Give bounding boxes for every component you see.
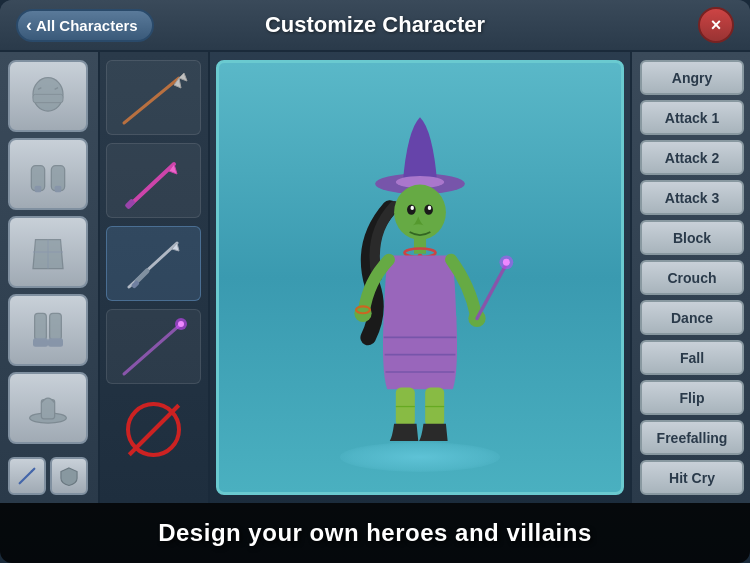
anim-btn-attack1[interactable]: Attack 1 bbox=[640, 100, 744, 135]
sword-svg bbox=[109, 229, 199, 299]
weapon-none[interactable] bbox=[106, 392, 201, 467]
anim-btn-flip[interactable]: Flip bbox=[640, 380, 744, 415]
svg-rect-1 bbox=[33, 94, 63, 102]
app-container: ‹ All Characters Customize Character × bbox=[0, 0, 750, 563]
equipment-sidebar bbox=[0, 52, 100, 503]
no-weapon-icon bbox=[126, 402, 181, 457]
active-shield-slot[interactable] bbox=[50, 457, 88, 495]
back-arrow-icon: ‹ bbox=[26, 15, 32, 36]
anim-btn-dance[interactable]: Dance bbox=[640, 300, 744, 335]
staff-svg bbox=[109, 312, 199, 382]
weapon-dagger[interactable] bbox=[106, 143, 201, 218]
character-platform bbox=[340, 442, 500, 472]
svg-line-44 bbox=[477, 264, 506, 318]
svg-point-30 bbox=[178, 321, 184, 327]
hat-icon bbox=[23, 383, 73, 433]
svg-line-21 bbox=[129, 164, 174, 206]
character-figure bbox=[325, 107, 515, 447]
header: ‹ All Characters Customize Character × bbox=[0, 0, 750, 52]
equip-slot-arms[interactable] bbox=[8, 138, 88, 210]
weapons-column bbox=[100, 52, 210, 503]
anim-btn-hitcry[interactable]: Hit Cry bbox=[640, 460, 744, 495]
anim-btn-fall[interactable]: Fall bbox=[640, 340, 744, 375]
arms-icon bbox=[23, 149, 73, 199]
back-button[interactable]: ‹ All Characters bbox=[16, 9, 154, 42]
equip-slot-body[interactable] bbox=[8, 216, 88, 288]
anim-btn-attack2[interactable]: Attack 2 bbox=[640, 140, 744, 175]
svg-marker-20 bbox=[179, 73, 187, 81]
anim-btn-angry[interactable]: Angry bbox=[640, 60, 744, 95]
anim-btn-block[interactable]: Block bbox=[640, 220, 744, 255]
svg-rect-6 bbox=[35, 186, 42, 193]
equip-slot-legs[interactable] bbox=[8, 294, 88, 366]
active-weapon-icon bbox=[16, 465, 38, 487]
equip-slot-hat[interactable] bbox=[8, 372, 88, 444]
body-icon bbox=[23, 227, 73, 277]
main-content: Angry Attack 1 Attack 2 Attack 3 Block C… bbox=[0, 52, 750, 503]
svg-point-33 bbox=[394, 185, 446, 240]
close-button[interactable]: × bbox=[698, 7, 734, 43]
bottom-bar: Design your own heroes and villains bbox=[0, 503, 750, 563]
svg-rect-7 bbox=[55, 186, 62, 193]
svg-point-46 bbox=[503, 259, 510, 266]
svg-rect-10 bbox=[35, 313, 47, 340]
animations-panel: Angry Attack 1 Attack 2 Attack 3 Block C… bbox=[630, 52, 750, 503]
bottom-tagline: Design your own heroes and villains bbox=[158, 519, 592, 547]
close-icon: × bbox=[711, 15, 722, 36]
svg-line-18 bbox=[124, 78, 179, 123]
legs-icon bbox=[23, 305, 73, 355]
weapon-spear[interactable] bbox=[106, 60, 201, 135]
anim-btn-crouch[interactable]: Crouch bbox=[640, 260, 744, 295]
page-title: Customize Character bbox=[265, 12, 485, 38]
svg-rect-38 bbox=[414, 238, 426, 254]
anim-btn-freefalling[interactable]: Freefalling bbox=[640, 420, 744, 455]
character-preview bbox=[216, 60, 624, 495]
active-slots bbox=[8, 457, 90, 495]
active-shield-icon bbox=[58, 465, 80, 487]
back-label: All Characters bbox=[36, 17, 138, 34]
dagger-svg bbox=[109, 146, 199, 216]
svg-rect-11 bbox=[50, 313, 62, 340]
spear-svg bbox=[109, 63, 199, 133]
head-icon bbox=[23, 71, 73, 121]
equip-slot-head[interactable] bbox=[8, 60, 88, 132]
svg-rect-12 bbox=[33, 338, 48, 346]
weapon-staff[interactable] bbox=[106, 309, 201, 384]
svg-marker-25 bbox=[172, 243, 179, 251]
svg-rect-13 bbox=[48, 338, 63, 346]
active-weapon-slot[interactable] bbox=[8, 457, 46, 495]
weapon-sword[interactable] bbox=[106, 226, 201, 301]
svg-point-36 bbox=[411, 206, 414, 210]
svg-line-26 bbox=[137, 271, 147, 281]
svg-line-28 bbox=[124, 324, 181, 374]
anim-btn-attack3[interactable]: Attack 3 bbox=[640, 180, 744, 215]
svg-point-37 bbox=[428, 206, 431, 210]
witch-character-svg bbox=[325, 107, 515, 447]
